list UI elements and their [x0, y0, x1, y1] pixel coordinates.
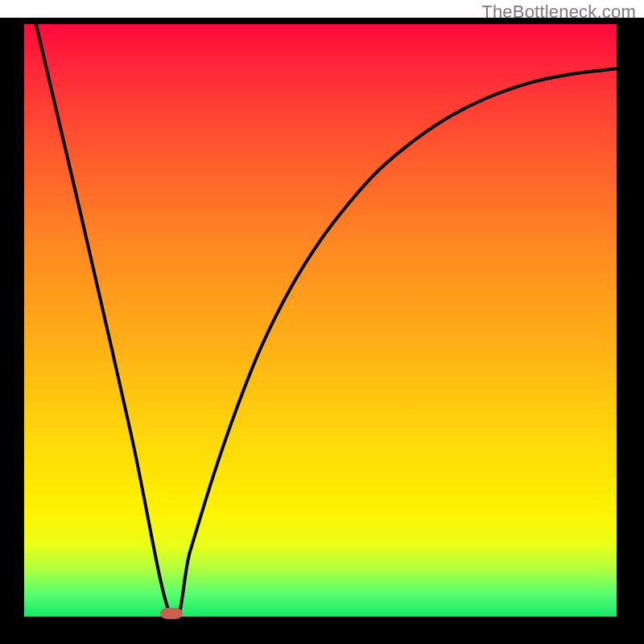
bottleneck-curve	[36, 24, 617, 617]
plot-area	[24, 24, 617, 617]
chart-frame	[0, 18, 644, 644]
minimum-blob	[160, 608, 183, 619]
watermark-text: TheBottleneck.com	[481, 2, 636, 23]
curve-svg	[24, 24, 617, 617]
